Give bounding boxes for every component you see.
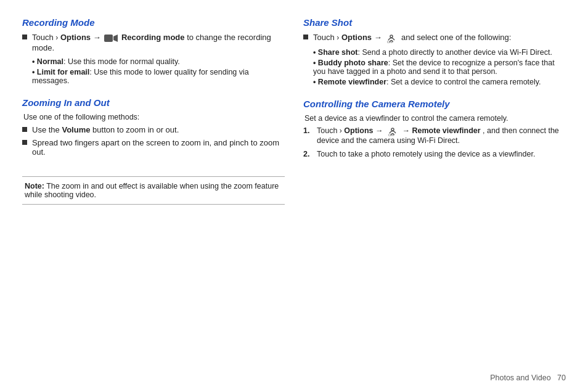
sub-bullet-buddy: Buddy photo share: Set the device to rec… [313,59,566,76]
share-icon: OFF [384,33,401,42]
controlling-steps: 1. Touch › Options → OFF [303,126,566,158]
share-options-bold: Options [341,33,372,42]
volume-bold: Volume [62,125,90,134]
share-icon-2: OFF [385,126,402,135]
share-bullet-1-text: Touch › Options → OFF [313,33,511,43]
arrow-icon: → [93,33,101,42]
bullet-square-icon-3 [22,140,27,145]
buddy-label: Buddy photo share [318,59,388,67]
zooming-section: Zooming In and Out Use one of the follow… [22,97,285,161]
step-1-num: 1. [303,126,312,135]
share-shot-sub-bullets: Share shot: Send a photo directly to ano… [313,48,566,86]
step1-options-bold: Options [344,126,373,135]
normal-label: Normal [37,57,63,66]
bullet-square-icon [22,35,27,39]
page-number: 70 [557,374,566,382]
recording-mode-bullets: Touch › Options → Recording mode t [22,33,285,52]
controlling-section: Controlling the Camera Remotely Set a de… [303,99,566,163]
note-label: Note: The zoom in and out effect is avai… [25,182,279,199]
sub-bullet-limit: Limit for email: Use this mode to lower … [32,68,285,85]
svg-rect-0 [104,35,113,42]
page-footer: Photos and Video 70 [490,374,566,382]
step-2-num: 2. [303,150,312,158]
zoom-bullet-1-text: Use the Volume button to zoom in or out. [32,125,179,134]
svg-marker-1 [113,35,118,42]
zoom-bullet-1: Use the Volume button to zoom in or out. [22,125,285,134]
zoom-bullet-2: Spread two fingers apart on the screen t… [22,138,285,157]
chevron-right-icon-3: › [340,126,342,135]
left-column: Recording Mode Touch › Options → [22,17,285,375]
controlling-title: Controlling the Camera Remotely [303,99,566,109]
share-shot-label: Share shot [318,48,358,57]
recording-mode-title: Recording Mode [22,17,285,28]
page-content: Recording Mode Touch › Options → [0,0,588,392]
step-1-text: Touch › Options → OFF [317,126,566,145]
svg-point-2 [390,35,393,38]
zooming-title: Zooming In and Out [22,97,285,108]
sub-bullet-remote: Remote viewfinder: Set a device to contr… [313,78,566,86]
recording-mode-section: Recording Mode Touch › Options → [22,17,285,88]
zoom-bullet-2-text: Spread two fingers apart on the screen t… [32,138,285,157]
svg-point-4 [391,128,394,131]
bullet-item-touch: Touch › Options → Recording mode t [22,33,285,52]
remote-label: Remote viewfinder [318,78,386,86]
step-1: 1. Touch › Options → OFF [303,126,566,145]
footer-text: Photos and Video [490,374,550,382]
sub-bullet-share-shot: Share shot: Send a photo directly to ano… [313,48,566,57]
share-bullet-1: Touch › Options → OFF [303,33,566,43]
controlling-intro: Set a device as a viewfinder to control … [303,114,566,123]
options-bold: Options [60,33,91,42]
recording-mode-bold: Recording mode [121,33,185,42]
share-shot-bullets: Touch › Options → OFF [303,33,566,43]
step-2: 2. Touch to take a photo remotely using … [303,150,566,158]
bullet-touch-text: Touch › Options → Recording mode t [32,33,285,52]
step-2-text: Touch to take a photo remotely using the… [317,150,535,158]
right-column: Share Shot Touch › Options → [303,17,566,375]
limit-label: Limit for email [37,68,89,76]
zooming-intro: Use one of the following methods: [22,113,285,121]
zooming-bullets: Use the Volume button to zoom in or out.… [22,125,285,157]
chevron-right-icon-2: › [337,33,339,42]
note-box: Note: The zoom in and out effect is avai… [22,176,285,205]
recording-mode-sub-bullets: Normal: Use this mode for normal quality… [32,57,285,85]
step1-remote-bold: Remote viewfinder [412,126,480,135]
chevron-right-icon: › [55,33,58,42]
bullet-square-icon-2 [22,127,27,132]
record-mode-icon [103,33,121,42]
svg-text:OFF: OFF [387,40,393,43]
share-shot-title: Share Shot [303,17,566,28]
share-shot-section: Share Shot Touch › Options → [303,17,566,89]
bullet-square-icon-4 [303,35,308,39]
sub-bullet-normal: Normal: Use this mode for normal quality… [32,57,285,66]
